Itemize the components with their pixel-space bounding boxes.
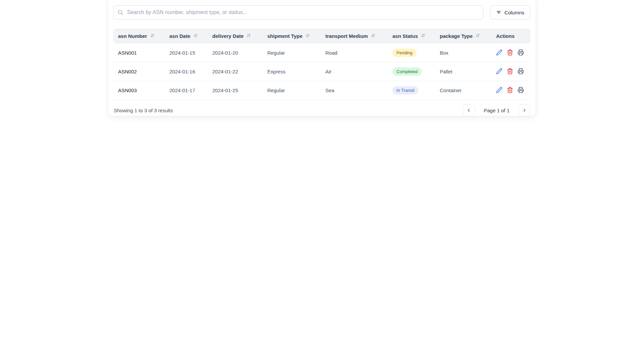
column-header-label: Actions [496, 33, 515, 39]
cell-shipment-type: Regular [263, 44, 321, 62]
cell-asn-number: ASN002 [113, 62, 165, 81]
columns-button[interactable]: Columns [490, 5, 530, 19]
cell-package-type: Pallet [435, 62, 491, 81]
cell-asn-number: ASN003 [113, 81, 165, 100]
delete-button[interactable] [507, 68, 513, 74]
cell-asn-date: 2024-01-17 [165, 81, 208, 100]
column-header-label: delivery Date [212, 33, 244, 39]
column-header-label: shipment Type [267, 33, 303, 39]
cell-delivery-date: 2024-01-25 [208, 81, 263, 100]
sort-icon [194, 33, 198, 39]
edit-button[interactable] [496, 68, 502, 74]
sort-icon [371, 33, 375, 39]
search-input[interactable] [113, 5, 483, 19]
chevron-right-icon [522, 108, 527, 113]
table-row: ASN001 2024-01-15 2024-01-20 Regular Roa… [113, 44, 530, 62]
printer-icon [518, 89, 524, 94]
cell-asn-date: 2024-01-16 [165, 62, 208, 81]
cell-transport-medium: Sea [321, 81, 388, 100]
column-header[interactable]: transport Medium [321, 28, 388, 44]
cell-actions [491, 44, 530, 62]
table-footer: Showing 1 to 3 of 3 results Page 1 of 1 [113, 104, 530, 116]
edit-button[interactable] [496, 87, 502, 93]
status-badge: In Transit [392, 86, 418, 95]
cell-package-type: Container [435, 81, 491, 100]
previous-page-button[interactable] [463, 104, 475, 116]
column-header-label: asn Status [392, 33, 418, 39]
column-header-label: asn Date [169, 33, 191, 39]
edit-button[interactable] [496, 49, 502, 56]
delete-button[interactable] [507, 49, 513, 56]
cell-transport-medium: Road [321, 44, 388, 62]
status-badge: Pending [392, 49, 417, 57]
filter-icon [496, 10, 501, 15]
print-button[interactable] [518, 87, 524, 93]
sort-icon [306, 33, 310, 39]
column-header[interactable]: asn Date [165, 28, 208, 44]
cell-actions [491, 81, 530, 100]
sort-icon [247, 33, 251, 39]
results-count-text: Showing 1 to 3 of 3 results [113, 108, 173, 113]
cell-shipment-type: Regular [263, 81, 321, 100]
column-header[interactable]: shipment Type [263, 28, 321, 44]
pencil-icon [496, 52, 502, 57]
asn-table-card: Columns asn Number asn Date [108, 0, 536, 116]
pencil-icon [496, 70, 502, 75]
table-body: ASN001 2024-01-15 2024-01-20 Regular Roa… [113, 44, 530, 100]
trash-icon [507, 52, 513, 57]
column-header: Actions [491, 28, 530, 44]
cell-delivery-date: 2024-01-20 [208, 44, 263, 62]
table-toolbar: Columns [113, 5, 530, 19]
cell-actions [491, 62, 530, 81]
printer-icon [518, 52, 524, 57]
search-icon [117, 9, 123, 15]
chevron-left-icon [466, 108, 472, 113]
status-badge: Completed [392, 67, 422, 76]
cell-transport-medium: Air [321, 62, 388, 81]
table-row: ASN003 2024-01-17 2024-01-25 Regular Sea… [113, 81, 530, 100]
trash-icon [507, 70, 513, 75]
print-button[interactable] [518, 49, 524, 56]
cell-asn-date: 2024-01-15 [165, 44, 208, 62]
columns-button-label: Columns [504, 10, 524, 15]
column-header-label: transport Medium [325, 33, 368, 39]
column-header[interactable]: delivery Date [208, 28, 263, 44]
pencil-icon [496, 89, 502, 94]
sort-icon [476, 33, 480, 39]
cell-package-type: Box [435, 44, 491, 62]
sort-icon [421, 33, 425, 39]
page-indicator: Page 1 of 1 [484, 108, 509, 113]
sort-icon [150, 33, 155, 39]
delete-button[interactable] [507, 87, 513, 93]
table-row: ASN002 2024-01-16 2024-01-22 Express Air… [113, 62, 530, 81]
column-header[interactable]: asn Status [388, 28, 435, 44]
printer-icon [518, 70, 524, 75]
print-button[interactable] [518, 68, 524, 74]
next-page-button[interactable] [518, 104, 530, 116]
column-header-label: package Type [440, 33, 473, 39]
column-header-label: asn Number [118, 33, 147, 39]
cell-asn-status: In Transit [388, 81, 435, 100]
cell-asn-status: Completed [388, 62, 435, 81]
cell-asn-number: ASN001 [113, 44, 165, 62]
column-header[interactable]: asn Number [113, 28, 165, 44]
column-header[interactable]: package Type [435, 28, 491, 44]
cell-delivery-date: 2024-01-22 [208, 62, 263, 81]
pagination: Page 1 of 1 [463, 104, 530, 116]
search-container [113, 5, 483, 19]
asn-table: asn Number asn Date delivery Date [113, 28, 530, 100]
cell-asn-status: Pending [388, 44, 435, 62]
trash-icon [507, 89, 513, 94]
table-header-row: asn Number asn Date delivery Date [113, 28, 530, 44]
cell-shipment-type: Express [263, 62, 321, 81]
